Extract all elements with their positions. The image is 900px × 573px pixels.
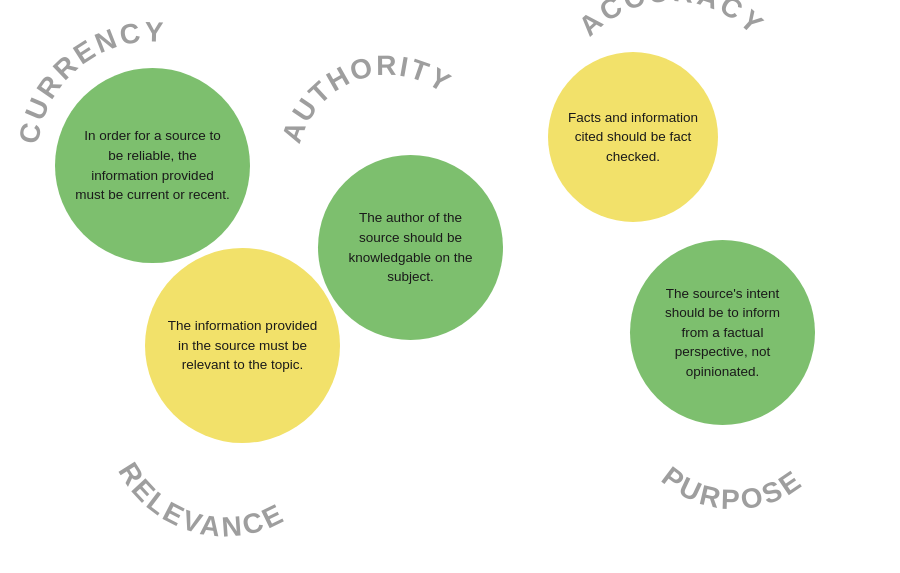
craap-diagram: In order for a source to be reliable, th… bbox=[0, 0, 900, 573]
currency-text: In order for a source to be reliable, th… bbox=[75, 126, 230, 204]
authority-circle: The author of the source should be knowl… bbox=[318, 155, 503, 340]
purpose-label: PURPOSE bbox=[656, 460, 808, 515]
accuracy-text: Facts and information cited should be fa… bbox=[568, 108, 698, 167]
currency-circle: In order for a source to be reliable, th… bbox=[55, 68, 250, 263]
svg-text:RELEVANCE: RELEVANCE bbox=[112, 457, 290, 543]
authority-label: AUTHORITY bbox=[276, 50, 457, 147]
relevance-label: RELEVANCE bbox=[112, 457, 290, 543]
svg-text:AUTHORITY: AUTHORITY bbox=[276, 50, 457, 147]
accuracy-circle: Facts and information cited should be fa… bbox=[548, 52, 718, 222]
relevance-text: The information provided in the source m… bbox=[165, 316, 320, 375]
purpose-circle: The source's intent should be to inform … bbox=[630, 240, 815, 425]
accuracy-label: ACCURACY bbox=[573, 0, 771, 42]
relevance-circle: The information provided in the source m… bbox=[145, 248, 340, 443]
svg-text:ACCURACY: ACCURACY bbox=[573, 0, 771, 42]
authority-text: The author of the source should be knowl… bbox=[338, 208, 483, 286]
svg-text:PURPOSE: PURPOSE bbox=[656, 460, 808, 515]
purpose-text: The source's intent should be to inform … bbox=[650, 284, 795, 382]
